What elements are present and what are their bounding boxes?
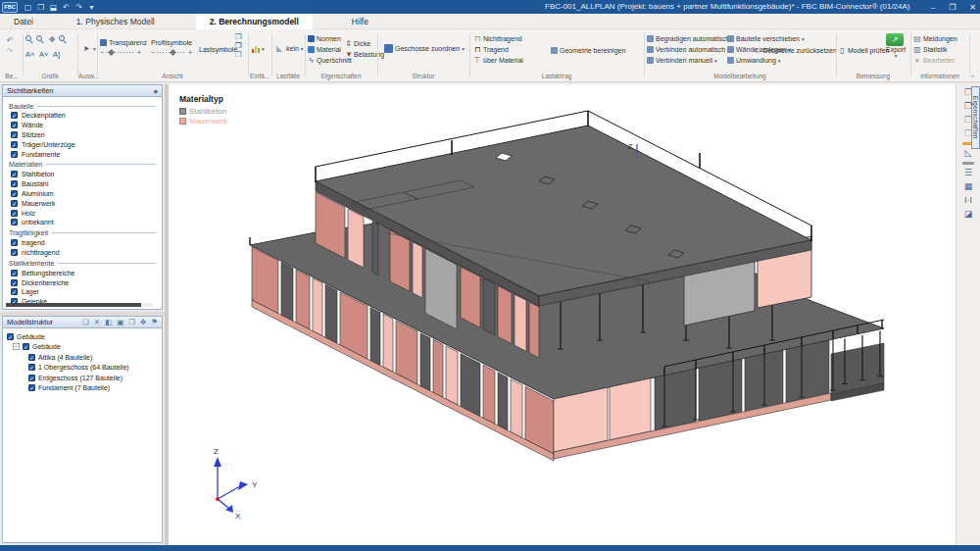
- tree-move-icon[interactable]: ✥: [140, 318, 146, 326]
- transparenz-slider[interactable]: −+: [100, 48, 147, 57]
- visibility-item-dickenbereiche[interactable]: ✓Dickenbereiche: [9, 277, 162, 287]
- tree-item-fundament-7-bauteile-[interactable]: ✓Fundament (7 Bauteile): [5, 383, 160, 394]
- redo-button[interactable]: ↷: [5, 46, 15, 57]
- checkbox-checked-icon[interactable]: ✓: [11, 288, 18, 295]
- checkbox-checked-icon[interactable]: ✓: [11, 239, 18, 246]
- checkbox-checked-icon[interactable]: ✓: [11, 200, 18, 207]
- tab-datei[interactable]: Datei: [0, 14, 47, 29]
- tree-pin-icon[interactable]: ⚑: [151, 318, 158, 326]
- visibility-item-holz[interactable]: ✓Holz: [9, 208, 162, 218]
- visibility-item-lager[interactable]: ✓Lager: [9, 287, 162, 297]
- tree-assign-icon[interactable]: ▣: [117, 318, 123, 326]
- checkbox-checked-icon[interactable]: ✓: [28, 384, 35, 391]
- ueber-material-button[interactable]: ⊤über Material: [473, 55, 523, 66]
- minimize-button[interactable]: –: [931, 3, 935, 12]
- lastsymbole-button[interactable]: Lastsymbole: [199, 44, 237, 55]
- geometrie-bereinigen-button[interactable]: Geometrie bereinigen: [551, 45, 625, 56]
- checkbox-checked-icon[interactable]: ✓: [11, 270, 18, 276]
- model-viewport[interactable]: ZZYX Materialtyp Stahlbeton Mauerwerk: [169, 84, 956, 545]
- verbinden-manuell-button[interactable]: Verbinden manuell▾: [647, 55, 734, 66]
- font-reset-button[interactable]: A]: [53, 50, 65, 59]
- tree-item-geb-ude[interactable]: ✓Gebäude: [5, 331, 160, 342]
- font-larger-button[interactable]: A˄: [25, 50, 37, 59]
- zoom-window-icon[interactable]: [59, 35, 68, 44]
- umwandlung-button[interactable]: Umwandlung▾: [727, 55, 805, 66]
- zoom-in-icon[interactable]: [25, 35, 34, 44]
- undo-icon[interactable]: ↶: [60, 3, 73, 12]
- redo-icon[interactable]: ↷: [73, 3, 85, 12]
- checkbox-checked-icon[interactable]: ✓: [11, 180, 18, 187]
- layers-icon[interactable]: ☰: [961, 167, 975, 179]
- checkbox-checked-icon[interactable]: ✓: [11, 190, 18, 197]
- horizontal-scrollbar[interactable]: [6, 303, 153, 307]
- open-file-icon[interactable]: ❒: [34, 3, 47, 12]
- tree-item-attika-4-bauteile-[interactable]: ✓Attika (4 Bauteile): [5, 352, 160, 363]
- transparenz-button[interactable]: Transparenz: [100, 37, 147, 48]
- tree-item-erdgeschoss-127-bauteile-[interactable]: ✓Erdgeschoss (127 Bauteile): [5, 373, 160, 383]
- tree-item-1-obergeschoss-64-bauteile-[interactable]: ✓1 Obergeschoss (64 Bauteile): [5, 363, 160, 374]
- meldungen-button[interactable]: ▤Meldungen: [913, 33, 957, 44]
- zoom-out-icon[interactable]: [36, 35, 45, 44]
- grid-icon[interactable]: ▦: [961, 180, 975, 193]
- tree-rename-icon[interactable]: ◧: [105, 318, 112, 326]
- view-cube-3-icon[interactable]: ❒: [233, 50, 243, 59]
- modell-pruefen-button[interactable]: ▯Modell prüfen: [839, 45, 889, 56]
- nichttragend-button[interactable]: ⊓Nichttragend: [473, 33, 523, 44]
- visibility-item-bettungsbereiche[interactable]: ✓Bettungsbereiche: [9, 268, 162, 277]
- font-smaller-button[interactable]: A˅: [39, 50, 51, 59]
- pin-icon[interactable]: ◆: [153, 87, 158, 94]
- tree-copy-icon[interactable]: ❐: [128, 318, 135, 326]
- geometrie-zuruecksetzen-button[interactable]: ⟲Geometrie zurücksetzen: [753, 45, 837, 56]
- view-cube-2-icon[interactable]: ❒: [233, 41, 243, 50]
- checkbox-checked-icon[interactable]: ✓: [11, 249, 18, 256]
- visibility-item-aluminium[interactable]: ✓Aluminium: [9, 189, 162, 199]
- tree-delete-icon[interactable]: ✕: [94, 318, 100, 326]
- checkbox-checked-icon[interactable]: ✓: [11, 279, 18, 286]
- visibility-item-tr-ger-unterz-ge[interactable]: ✓Träger/Unterzüge: [9, 139, 162, 149]
- visibility-item-baustahl[interactable]: ✓Baustahl: [9, 179, 162, 189]
- checkbox-checked-icon[interactable]: ✓: [11, 171, 18, 177]
- quickbar-more-icon[interactable]: ▾: [85, 3, 98, 12]
- checkbox-checked-icon[interactable]: ✓: [11, 210, 18, 217]
- checkbox-checked-icon[interactable]: ✓: [23, 343, 29, 350]
- profilsymbole-slider[interactable]: −+: [151, 48, 196, 57]
- bauteile-verschieben-button[interactable]: Bauteile verschieben▾: [727, 33, 805, 44]
- profilsymbole-button[interactable]: Profilsymbole: [151, 37, 196, 48]
- checkbox-checked-icon[interactable]: ✓: [11, 131, 18, 138]
- einfaerbung-button[interactable]: ▾: [252, 43, 265, 54]
- new-file-icon[interactable]: ▢: [22, 3, 34, 12]
- close-button[interactable]: ✕: [969, 3, 976, 12]
- checkbox-checked-icon[interactable]: ✓: [11, 112, 18, 119]
- checkbox-checked-icon[interactable]: ✓: [11, 122, 18, 128]
- select-tool-button[interactable]: ➤▾: [81, 43, 96, 54]
- visibility-item-tragend[interactable]: ✓tragend: [9, 238, 162, 248]
- collapse-ribbon-icon[interactable]: ˄: [970, 74, 974, 79]
- section-icon[interactable]: I·I: [961, 194, 975, 207]
- statistik-button[interactable]: ▥Statistik: [913, 44, 957, 55]
- slab-icon[interactable]: ◪: [961, 208, 975, 221]
- eigenschaften-vertical-tab[interactable]: Eigenschaften: [971, 86, 980, 149]
- visibility-item-fundamente[interactable]: ✓Fundamente: [9, 149, 162, 159]
- verbinden-automatisch-button[interactable]: Verbinden automatisch▾: [647, 44, 734, 55]
- checkbox-checked-icon[interactable]: ✓: [11, 151, 18, 158]
- visibility-item-mauerwerk[interactable]: ✓Mauerwerk: [9, 198, 162, 208]
- begradigen-automatisch-button[interactable]: Begradigen automatisch▾: [647, 33, 734, 44]
- checkbox-checked-icon[interactable]: ✓: [28, 375, 35, 381]
- collapse-icon[interactable]: −: [13, 343, 20, 350]
- tab-physisches-modell[interactable]: 1. Physisches Modell: [63, 14, 169, 29]
- tab-hilfe[interactable]: Hilfe: [338, 14, 382, 29]
- visibility-item-stahlbeton[interactable]: ✓Stahlbeton: [9, 170, 162, 179]
- checkbox-checked-icon[interactable]: ✓: [28, 364, 35, 371]
- export-icon[interactable]: ↗: [886, 33, 904, 46]
- visibility-item-nichttragend[interactable]: ✓nichttragend: [9, 248, 162, 258]
- visibility-item-deckenplatten[interactable]: ✓Deckenplatten: [9, 111, 162, 121]
- visibility-item-st-tzen[interactable]: ✓Stützen: [9, 130, 162, 140]
- maximize-button[interactable]: ❐: [949, 3, 956, 12]
- tab-berechnungsmodell[interactable]: 2. Berechnungsmodell: [196, 14, 313, 29]
- visibility-item-unbekannt[interactable]: ✓unbekannt: [9, 218, 162, 227]
- export-button[interactable]: Export: [886, 46, 906, 53]
- save-icon[interactable]: ⬓: [47, 3, 60, 12]
- pan-icon[interactable]: ✥: [47, 35, 57, 44]
- app-logo[interactable]: FBC: [2, 2, 18, 13]
- checkbox-checked-icon[interactable]: ✓: [28, 354, 35, 361]
